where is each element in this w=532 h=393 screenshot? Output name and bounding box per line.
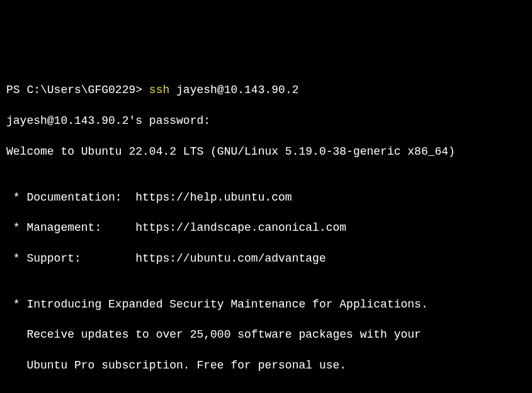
ssh-command: ssh (149, 84, 169, 96)
password-prompt: jayesh@10.143.90.2's password: (6, 113, 526, 128)
esm-intro-3: Ubuntu Pro subscription. Free for person… (6, 358, 526, 373)
ps-line: PS C:\Users\GFG0229> ssh jayesh@10.143.9… (6, 82, 526, 97)
welcome-message: Welcome to Ubuntu 22.04.2 LTS (GNU/Linux… (6, 144, 526, 159)
ps-prompt: PS C:\Users\GFG0229> (6, 84, 149, 96)
documentation-link: * Documentation: https://help.ubuntu.com (6, 190, 526, 205)
esm-intro-2: Receive updates to over 25,000 software … (6, 327, 526, 342)
esm-intro-1: * Introducing Expanded Security Maintena… (6, 297, 526, 312)
terminal-output[interactable]: PS C:\Users\GFG0229> ssh jayesh@10.143.9… (6, 67, 526, 393)
support-link: * Support: https://ubuntu.com/advantage (6, 251, 526, 266)
ssh-arguments: jayesh@10.143.90.2 (169, 84, 298, 96)
management-link: * Management: https://landscape.canonica… (6, 220, 526, 235)
